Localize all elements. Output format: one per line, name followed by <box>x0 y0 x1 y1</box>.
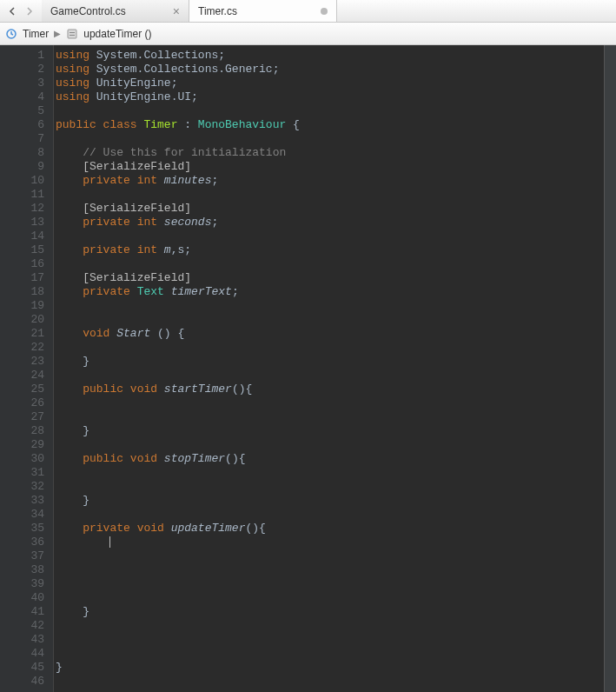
nav-arrows <box>0 0 42 22</box>
tab-gamecontrol[interactable]: GameControl.cs × <box>42 0 189 22</box>
svg-rect-1 <box>68 30 76 38</box>
svg-rect-2 <box>70 32 75 33</box>
nav-forward-button[interactable] <box>21 3 38 20</box>
modified-indicator-icon <box>321 8 328 15</box>
tab-bar: GameControl.cs × Timer.cs <box>0 0 616 23</box>
line-gutter: 1234567891011121314151617181920212223242… <box>0 45 54 692</box>
close-icon[interactable]: × <box>173 4 180 18</box>
chevron-right-icon: ▶ <box>54 29 61 38</box>
code-area[interactable]: using System.Collections;using System.Co… <box>54 45 604 692</box>
tab-label: Timer.cs <box>198 5 314 17</box>
tab-label: GameControl.cs <box>50 5 166 17</box>
method-icon <box>66 28 78 40</box>
breadcrumb: Timer ▶ updateTimer () <box>0 23 616 45</box>
breadcrumb-class[interactable]: Timer <box>23 28 49 40</box>
breadcrumb-method[interactable]: updateTimer () <box>83 28 151 40</box>
code-editor: 1234567891011121314151617181920212223242… <box>0 45 616 692</box>
class-icon <box>5 28 17 40</box>
nav-back-button[interactable] <box>3 3 21 20</box>
vertical-scrollbar[interactable] <box>604 45 616 692</box>
tab-timer[interactable]: Timer.cs <box>189 0 337 22</box>
svg-rect-3 <box>70 35 75 36</box>
